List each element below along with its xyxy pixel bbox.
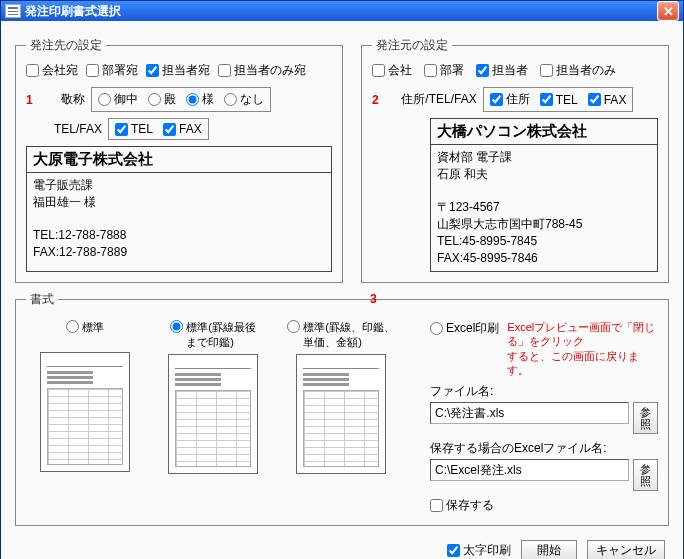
label-savefile: 保存する場合のExcelファイル名: [430,440,658,457]
rad-format-standard[interactable]: 標準 [66,320,104,348]
rad-format-std-stamp[interactable]: 標準(罫線最後 まで印鑑) [170,320,256,350]
chk-dest-company[interactable]: 会社宛 [26,62,78,79]
marker-3: 3 [370,292,377,306]
chk-dest-fax[interactable]: FAX [163,122,202,136]
dest-preview: 大原電子株式会社 電子販売課 福田雄一 様 TEL:12-788-7888 FA… [26,146,332,272]
chk-dest-tel[interactable]: TEL [115,122,153,136]
dest-telfax-group: TEL FAX [108,118,209,140]
chk-src-dept[interactable]: 部署 [424,62,464,79]
label-src-addr: 住所/TEL/FAX [391,91,477,108]
src-addr-group: 住所 TEL FAX [483,87,634,112]
marker-2: 2 [372,93,379,107]
chk-dest-dept[interactable]: 部署宛 [86,62,138,79]
legend-destination: 発注先の設定 [26,37,106,54]
thumb-standard [40,352,130,472]
fieldset-format: 書式 3 標準 標準(罫線最後 まで印鑑) 標準(罫線、印鑑、 単価、金額) [15,291,669,526]
legend-format: 書式 [26,291,58,308]
rad-format-excel[interactable]: Excel印刷 [430,320,499,337]
chk-dest-person-only[interactable]: 担当者のみ宛 [218,62,306,79]
label-filename: ファイル名: [430,383,658,400]
client-area: 発注先の設定 会社宛 部署宛 担当者宛 担当者のみ宛 1 敬称 御中 殿 様 な… [1,21,683,559]
input-filename[interactable] [430,402,629,424]
btn-browse-file[interactable]: 参 照 [633,402,658,434]
dest-company-name: 大原電子株式会社 [27,147,331,173]
chk-src-fax[interactable]: FAX [588,93,627,107]
chk-src-person-only[interactable]: 担当者のみ [540,62,616,79]
chk-src-tel[interactable]: TEL [540,93,578,107]
honorific-group: 御中 殿 様 なし [91,87,271,112]
src-company-body: 資材部 電子課 石原 和夫 〒123-4567 山梨県大志市国中町788-45 … [431,145,657,271]
label-dest-telfax: TEL/FAX [50,122,102,136]
btn-browse-savefile[interactable]: 参 照 [633,459,658,491]
app-icon [5,4,21,18]
btn-start[interactable]: 開始 [521,540,577,559]
dest-company-body: 電子販売課 福田雄一 様 TEL:12-788-7888 FAX:12-788-… [27,173,331,271]
src-preview: 大橋パソコン株式会社 資材部 電子課 石原 和夫 〒123-4567 山梨県大志… [430,118,658,272]
src-company-name: 大橋パソコン株式会社 [431,119,657,145]
legend-source: 発注元の設定 [372,37,452,54]
fieldset-destination: 発注先の設定 会社宛 部署宛 担当者宛 担当者のみ宛 1 敬称 御中 殿 様 な… [15,37,343,283]
marker-1: 1 [26,93,33,107]
rad-honorific-none[interactable]: なし [224,91,264,108]
rad-format-std-ruled[interactable]: 標準(罫線、印鑑、 単価、金額) [287,320,395,350]
chk-src-company[interactable]: 会社 [372,62,412,79]
chk-save[interactable]: 保存する [430,497,494,514]
thumb-std-stamp [168,354,258,474]
footer: 太字印刷 開始 キャンセル [15,534,669,559]
rad-honorific-dono[interactable]: 殿 [148,91,176,108]
rad-honorific-onchu[interactable]: 御中 [98,91,138,108]
rad-honorific-sama[interactable]: 様 [186,91,214,108]
chk-src-person[interactable]: 担当者 [476,62,528,79]
fieldset-source: 発注元の設定 会社 部署 担当者 担当者のみ 2 住所/TEL/FAX 住所 T… [361,37,669,283]
input-savefile[interactable] [430,459,629,481]
excel-note: Excelプレビュー画面で「閉じる」をクリック すると、この画面に戻ります。 [507,320,658,377]
btn-cancel[interactable]: キャンセル [587,540,665,559]
thumb-std-ruled [296,354,386,474]
label-honorific: 敬称 [45,91,85,108]
close-button[interactable]: ✕ [657,1,679,21]
titlebar: 発注印刷書式選択 ✕ [1,1,683,21]
window-title: 発注印刷書式選択 [25,3,657,20]
chk-bold-print[interactable]: 太字印刷 [447,542,511,559]
chk-src-addr[interactable]: 住所 [490,91,530,108]
dialog-window: 発注印刷書式選択 ✕ 発注先の設定 会社宛 部署宛 担当者宛 担当者のみ宛 1 … [0,0,684,559]
chk-dest-person[interactable]: 担当者宛 [146,62,210,79]
